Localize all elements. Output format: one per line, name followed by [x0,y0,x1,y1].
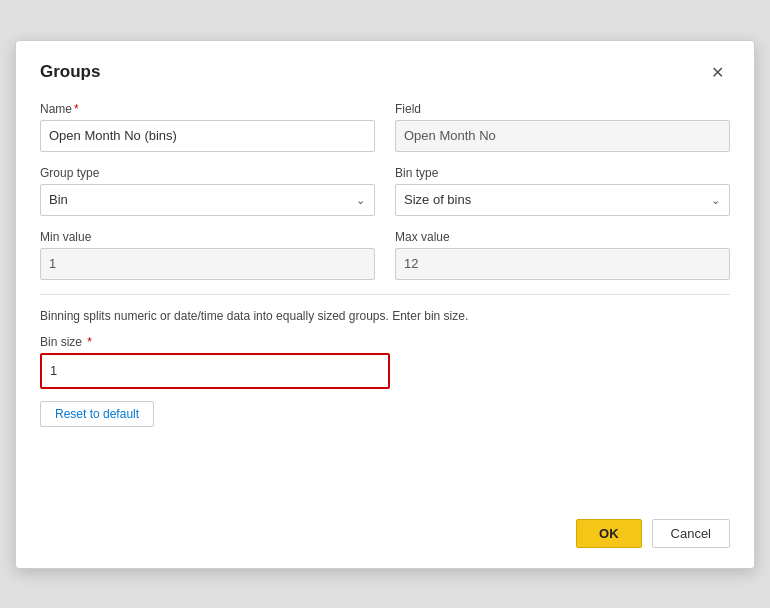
min-max-row: Min value Max value [40,230,730,280]
group-bin-type-row: Group type Bin ⌄ Bin type Size of bins ⌄ [40,166,730,216]
group-type-group: Group type Bin ⌄ [40,166,375,216]
min-value-group: Min value [40,230,375,280]
max-value-label: Max value [395,230,730,244]
bin-size-label: Bin size * [40,335,390,349]
name-required-star: * [74,102,79,116]
bin-size-input[interactable] [40,353,390,389]
name-group: Name* [40,102,375,152]
close-button[interactable]: ✕ [705,61,730,84]
bin-type-select-wrapper: Size of bins ⌄ [395,184,730,216]
bin-type-group: Bin type Size of bins ⌄ [395,166,730,216]
max-value-group: Max value [395,230,730,280]
dialog-footer: OK Cancel [40,507,730,548]
section-divider [40,294,730,295]
min-value-label: Min value [40,230,375,244]
field-label: Field [395,102,730,116]
max-value-input [395,248,730,280]
dialog-header: Groups ✕ [40,61,730,84]
reset-to-default-button[interactable]: Reset to default [40,401,154,427]
cancel-button[interactable]: Cancel [652,519,730,548]
field-group: Field [395,102,730,152]
min-value-input [40,248,375,280]
name-field-row: Name* Field [40,102,730,152]
name-label: Name* [40,102,375,116]
bin-type-label: Bin type [395,166,730,180]
name-input[interactable] [40,120,375,152]
info-text: Binning splits numeric or date/time data… [40,309,730,323]
field-input [395,120,730,152]
ok-button[interactable]: OK [576,519,642,548]
bin-size-required-star: * [84,335,92,349]
bin-type-select[interactable]: Size of bins [395,184,730,216]
group-type-select[interactable]: Bin [40,184,375,216]
bin-size-wrapper: Bin size * [40,335,390,389]
group-type-select-wrapper: Bin ⌄ [40,184,375,216]
dialog-title: Groups [40,62,100,82]
groups-dialog: Groups ✕ Name* Field Group type Bin ⌄ Bi… [15,40,755,569]
group-type-label: Group type [40,166,375,180]
